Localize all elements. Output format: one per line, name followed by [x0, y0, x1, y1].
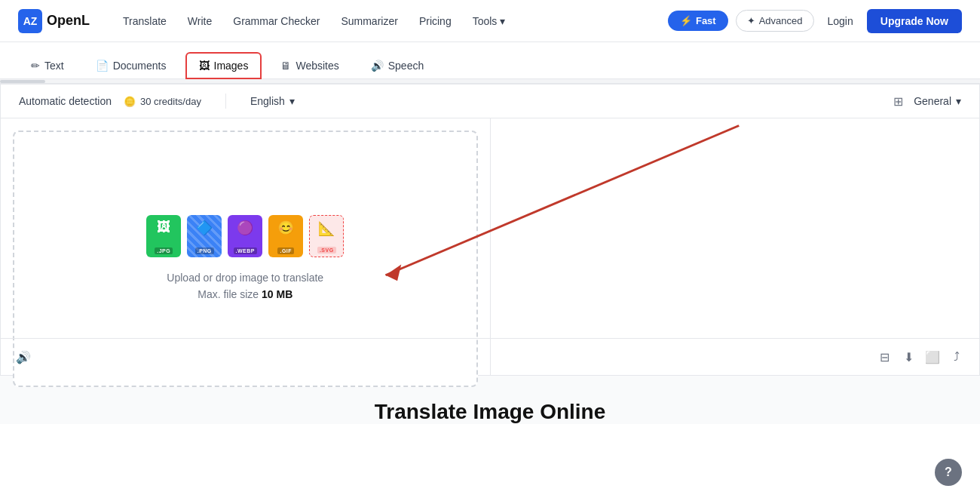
jpg-emoji: 🖼 [157, 220, 170, 235]
target-toolbar-right: ⊟ ⬇ ⬜ ⤴ [874, 346, 967, 367]
webp-icon: 🟣 .WEBP [228, 215, 262, 257]
logo-text: OpenL [47, 13, 90, 29]
advanced-button[interactable]: ✦ Advanced [736, 10, 814, 32]
tab-speech[interactable]: 🔊 Speech [358, 53, 436, 78]
svg-emoji: 📐 [318, 220, 335, 237]
gif-icon: 😊 .GIF [268, 215, 303, 257]
copy-icon[interactable]: ⊟ [874, 346, 895, 367]
advanced-label: Advanced [759, 15, 803, 26]
file-type-icons: 🖼 .JPG 🔷 .PNG 🟣 .WEBP 😊 [146, 215, 344, 257]
tab-images[interactable]: 🖼 Images [185, 52, 262, 79]
tab-documents[interactable]: 📄 Documents [83, 53, 179, 78]
credits-text: 30 credits/day [140, 96, 201, 107]
nav-item-grammar[interactable]: Grammar Checker [224, 11, 329, 32]
fast-button[interactable]: ⚡ Fast [668, 11, 728, 31]
upload-line1: Upload or drop image to translate [167, 272, 323, 284]
png-emoji: 🔷 [196, 220, 213, 236]
logo-icon: AZ [18, 9, 42, 33]
nav-item-translate[interactable]: Translate [114, 11, 176, 32]
grid-icon: ⊞ [893, 94, 903, 109]
tab-images-label: Images [214, 60, 249, 72]
upload-file-size: 10 MB [262, 288, 292, 300]
help-button[interactable]: ? [935, 459, 962, 486]
source-language: Automatic detection [19, 95, 112, 107]
download-icon[interactable]: ⬇ [898, 346, 919, 367]
tab-speech-label: Speech [388, 60, 424, 72]
tabs-row: ✏ Text 📄 Documents 🖼 Images 🖥 Websites 🔊… [0, 42, 980, 79]
speech-tab-icon: 🔊 [371, 60, 384, 72]
tab-websites[interactable]: 🖥 Websites [268, 53, 351, 78]
text-tab-icon: ✏ [31, 60, 40, 72]
tab-text-label: Text [44, 60, 64, 72]
sparkle-icon: ✦ [747, 15, 755, 26]
scroll-thumb [0, 80, 45, 83]
upgrade-button[interactable]: Upgrade Now [867, 9, 962, 33]
upload-line2-prefix: Max. file size [198, 288, 262, 300]
documents-tab-icon: 📄 [96, 60, 109, 72]
page-title: Translate Image Online [18, 400, 962, 424]
credits-icon: 🪙 [124, 96, 136, 107]
help-icon: ? [945, 466, 952, 479]
credits-badge: 🪙 30 credits/day [124, 96, 201, 107]
gif-emoji: 😊 [277, 220, 294, 236]
target-lang-label: English [250, 95, 285, 107]
source-toolbar: 🔊 [1, 338, 490, 375]
header-right: ⚡ Fast ✦ Advanced Login Upgrade Now [668, 9, 962, 33]
svg-icon: 📐 .SVG [309, 215, 344, 257]
chevron-down-icon: ▾ [289, 95, 295, 107]
audio-icon[interactable]: 🔊 [13, 346, 34, 367]
jpg-icon: 🖼 .JPG [146, 215, 181, 257]
logo[interactable]: AZ OpenL [18, 9, 90, 33]
lightning-icon: ⚡ [680, 15, 692, 26]
images-tab-icon: 🖼 [199, 60, 210, 72]
mode-chevron-icon: ▾ [956, 95, 961, 107]
main-nav: Translate Write Grammar Checker Summariz… [114, 11, 644, 32]
websites-tab-icon: 🖥 [280, 60, 291, 72]
translator: Automatic detection 🪙 30 credits/day Eng… [0, 84, 980, 376]
upload-text: Upload or drop image to translate Max. f… [167, 269, 323, 303]
nav-item-summarizer[interactable]: Summarizer [332, 11, 406, 32]
login-button[interactable]: Login [822, 11, 859, 32]
tab-websites-label: Websites [296, 60, 338, 72]
target-language-select[interactable]: English ▾ [250, 95, 295, 107]
nav-item-tools[interactable]: Tools ▾ [464, 11, 515, 32]
tab-text[interactable]: ✏ Text [18, 53, 77, 78]
nav-item-write[interactable]: Write [179, 11, 221, 32]
share-icon[interactable]: ⤴ [946, 346, 967, 367]
target-panel: ⊟ ⬇ ⬜ ⤴ [491, 118, 980, 375]
fast-label: Fast [696, 15, 716, 26]
nav-item-pricing[interactable]: Pricing [410, 11, 461, 32]
header: AZ OpenL Translate Write Grammar Checker… [0, 0, 980, 42]
mode-label: General [914, 95, 951, 107]
translator-body: 🖼 .JPG 🔷 .PNG 🟣 .WEBP 😊 [1, 118, 979, 375]
general-mode-select[interactable]: General ▾ [914, 95, 961, 107]
translator-header: Automatic detection 🪙 30 credits/day Eng… [1, 85, 979, 118]
png-icon: 🔷 .PNG [187, 215, 222, 257]
target-toolbar: ⊟ ⬇ ⬜ ⤴ [491, 338, 980, 375]
tab-documents-label: Documents [113, 60, 167, 72]
webp-emoji: 🟣 [237, 220, 253, 236]
source-panel: 🖼 .JPG 🔷 .PNG 🟣 .WEBP 😊 [1, 118, 491, 375]
expand-icon[interactable]: ⬜ [922, 346, 943, 367]
